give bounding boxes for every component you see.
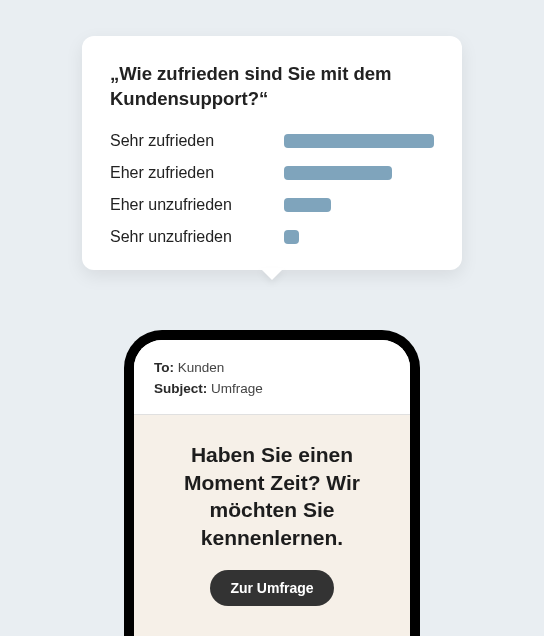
bar: [284, 166, 392, 180]
survey-results-card: „Wie zufrieden sind Sie mit dem Kundensu…: [82, 36, 462, 270]
survey-row: Eher unzufrieden: [110, 196, 434, 214]
phone-frame: To: Kunden Subject: Umfrage Haben Sie ei…: [124, 330, 420, 636]
survey-cta-button[interactable]: Zur Umfrage: [210, 570, 333, 606]
survey-rows: Sehr zufrieden Eher zufrieden Eher unzuf…: [110, 132, 434, 246]
survey-row-label: Sehr unzufrieden: [110, 228, 260, 246]
survey-row: Sehr zufrieden: [110, 132, 434, 150]
email-to-line: To: Kunden: [154, 358, 390, 379]
survey-row-label: Eher unzufrieden: [110, 196, 260, 214]
bar: [284, 230, 299, 244]
bar-track: [284, 166, 434, 180]
email-to-key: To: [154, 360, 170, 375]
tooltip-pointer-icon: [260, 268, 284, 280]
bar: [284, 134, 434, 148]
survey-question: „Wie zufrieden sind Sie mit dem Kundensu…: [110, 62, 434, 112]
bar-track: [284, 134, 434, 148]
bar-track: [284, 230, 434, 244]
bar: [284, 198, 331, 212]
email-subject-line: Subject: Umfrage: [154, 379, 390, 400]
survey-row-label: Eher zufrieden: [110, 164, 260, 182]
email-to-value: Kunden: [178, 360, 225, 375]
phone-screen: To: Kunden Subject: Umfrage Haben Sie ei…: [134, 340, 410, 636]
survey-row-label: Sehr zufrieden: [110, 132, 260, 150]
email-header: To: Kunden Subject: Umfrage: [134, 340, 410, 415]
email-headline: Haben Sie einen Moment Zeit? Wir möchten…: [152, 441, 392, 552]
email-body: Haben Sie einen Moment Zeit? Wir möchten…: [134, 415, 410, 636]
email-subject-value: Umfrage: [211, 381, 263, 396]
email-subject-key: Subject: [154, 381, 203, 396]
bar-track: [284, 198, 434, 212]
survey-row: Eher zufrieden: [110, 164, 434, 182]
survey-row: Sehr unzufrieden: [110, 228, 434, 246]
